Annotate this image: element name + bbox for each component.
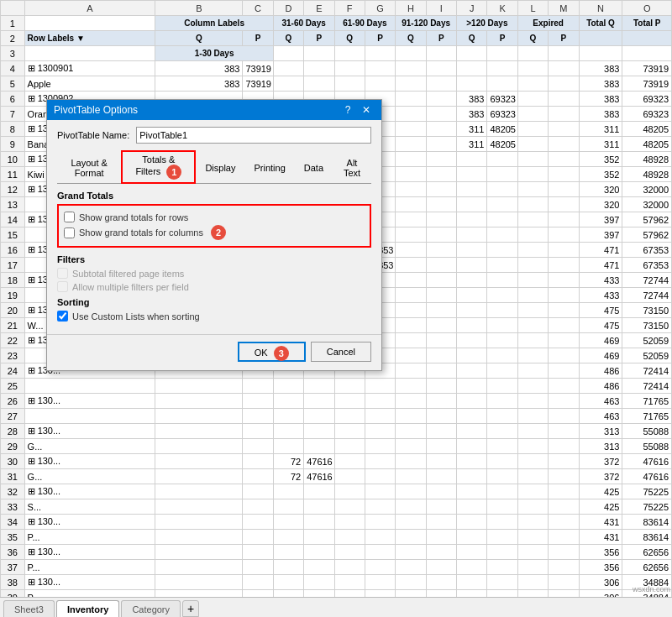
row-num-header — [1, 1, 25, 16]
multiple-filters-checkbox-row: Allow multiple filters per field — [57, 281, 371, 292]
sub-q-4: Q — [396, 31, 426, 46]
row-labels-sub[interactable]: Row Labels ▼ — [24, 31, 155, 46]
table-row: 34 ⊞ 130... 431 83614 — [1, 515, 672, 530]
table-row: 30 ⊞ 130... 72 47616 372 47616 — [1, 454, 672, 469]
table-row: 25 486 72414 — [1, 379, 672, 394]
tab-layout-format[interactable]: Layout & Format — [57, 150, 121, 184]
range-1-30-sub: 1-30 Days — [155, 46, 273, 61]
tab-display[interactable]: Display — [196, 150, 244, 184]
range-61-90-header: 61-90 Days — [334, 16, 396, 31]
table-row: 36 ⊞ 130... 356 62656 — [1, 545, 672, 560]
col-n-header: N — [579, 1, 622, 16]
grand-totals-box: Show grand totals for rows Show grand to… — [57, 204, 371, 248]
custom-lists-checkbox-row: Use Custom Lists when sorting — [57, 311, 371, 322]
grand-totals-section-header: Grand Totals — [57, 191, 371, 201]
sub-q-5: Q — [457, 31, 487, 46]
col-i-header: I — [426, 1, 456, 16]
dialog-help-button[interactable]: ? — [339, 103, 356, 117]
ok-button[interactable]: OK 3 — [238, 342, 306, 362]
col-l-header: L — [517, 1, 548, 16]
table-row: 26 ⊞ 130... 463 71765 — [1, 394, 672, 409]
sub-p-6: P — [549, 31, 579, 46]
dialog-content: PivotTable Name: Layout & Format Totals … — [47, 120, 381, 331]
row-2-num: 2 — [1, 31, 25, 46]
dialog-tabs: Layout & Format Totals & Filters 1 Displ… — [57, 150, 371, 184]
col-k-header: K — [487, 1, 517, 16]
tab-printing[interactable]: Printing — [244, 150, 294, 184]
step3-badge: 3 — [274, 346, 289, 361]
sub-p-4: P — [426, 31, 456, 46]
sub-q-3: Q — [334, 31, 365, 46]
tab-totals-filters[interactable]: Totals & Filters 1 — [121, 150, 196, 184]
show-cols-checkbox-row: Show grand totals for columns 2 — [64, 225, 365, 240]
pivottable-name-label: PivotTable Name: — [57, 130, 129, 140]
sub-total-p — [622, 31, 672, 46]
col-e-header: E — [304, 1, 334, 16]
col-d-header: D — [273, 1, 303, 16]
table-row: 27 463 71765 — [1, 409, 672, 424]
sub-q-2: Q — [273, 31, 303, 46]
show-grand-totals-rows-checkbox[interactable] — [64, 212, 75, 222]
tab-alt-text[interactable]: Alt Text — [333, 150, 371, 184]
add-sheet-button[interactable]: + — [182, 600, 199, 617]
col-f-header: F — [334, 1, 365, 16]
show-grand-totals-rows-label: Show grand totals for rows — [79, 212, 188, 222]
watermark: wsxdn.com — [633, 585, 670, 593]
col-h-header: H — [396, 1, 426, 16]
multiple-filters-checkbox — [57, 281, 68, 292]
tab-data[interactable]: Data — [295, 150, 333, 184]
table-row: 29 G... 313 55088 — [1, 439, 672, 454]
custom-lists-checkbox[interactable] — [57, 311, 68, 322]
sub-p-1: P — [243, 31, 273, 46]
table-row: 31 G... 72 47616 372 47616 — [1, 469, 672, 484]
dialog-footer: OK 3 Cancel — [47, 334, 381, 370]
sub-p-5: P — [487, 31, 517, 46]
dialog-titlebar-buttons: ? ✕ — [339, 103, 375, 117]
show-grand-totals-cols-label: Show grand totals for columns — [79, 227, 203, 238]
col-j-header: J — [457, 1, 487, 16]
col-m-header: M — [549, 1, 579, 16]
sub-q-1: Q — [155, 31, 243, 46]
col-c-header: C — [243, 1, 273, 16]
multiple-filters-label: Allow multiple filters per field — [72, 282, 189, 292]
sorting-section-header: Sorting — [57, 297, 371, 307]
tab-category[interactable]: Category — [121, 600, 181, 617]
table-row: 33 S... 425 75225 — [1, 499, 672, 515]
table-row: 38 ⊞ 130... 306 34884 — [1, 575, 672, 590]
sub-p-2: P — [304, 31, 334, 46]
col-g-header: G — [365, 1, 395, 16]
col-o-header: O — [622, 1, 672, 16]
pivottable-name-input[interactable] — [136, 127, 371, 144]
sub-p-3: P — [365, 31, 395, 46]
col-b-header: B — [155, 1, 243, 16]
sub-q-6: Q — [517, 31, 548, 46]
range-120plus-header: >120 Days — [457, 16, 518, 31]
subtotal-filtered-label: Subtotal filtered page items — [72, 269, 184, 279]
col-labels-header: Column Labels — [155, 16, 273, 31]
table-row: 32 ⊞ 130... 425 75225 — [1, 484, 672, 499]
tab-inventory[interactable]: Inventory — [56, 600, 120, 617]
step2-badge: 2 — [211, 225, 226, 240]
dialog-titlebar: PivotTable Options ? ✕ — [47, 100, 381, 120]
pivottable-options-dialog: PivotTable Options ? ✕ PivotTable Name: … — [46, 99, 382, 371]
tab-bar: Sheet3 Inventory Category + — [0, 597, 672, 617]
expired-header: Expired — [517, 16, 579, 31]
custom-lists-label: Use Custom Lists when sorting — [72, 311, 200, 322]
total-p-header: Total P — [622, 16, 672, 31]
subtotal-checkbox-row: Subtotal filtered page items — [57, 268, 371, 279]
show-rows-checkbox-row: Show grand totals for rows — [64, 212, 365, 222]
row-labels-cell — [24, 16, 155, 31]
pivottable-name-row: PivotTable Name: — [57, 127, 371, 144]
show-grand-totals-cols-checkbox[interactable] — [64, 227, 75, 238]
sub-total-q — [579, 31, 622, 46]
tab-sheet3[interactable]: Sheet3 — [3, 600, 55, 617]
step1-badge: 1 — [166, 165, 181, 180]
table-row: 4 ⊞ 1300901 383 73919 383 73919 — [1, 61, 672, 76]
col-a-header: A — [24, 1, 155, 16]
row-1-num: 1 — [1, 16, 25, 31]
dialog-title: PivotTable Options — [54, 104, 138, 116]
cancel-button[interactable]: Cancel — [311, 342, 371, 362]
dialog-close-button[interactable]: ✕ — [358, 103, 375, 117]
table-row: 5 Apple 383 73919 383 73919 — [1, 76, 672, 92]
total-q-header: Total Q — [579, 16, 622, 31]
